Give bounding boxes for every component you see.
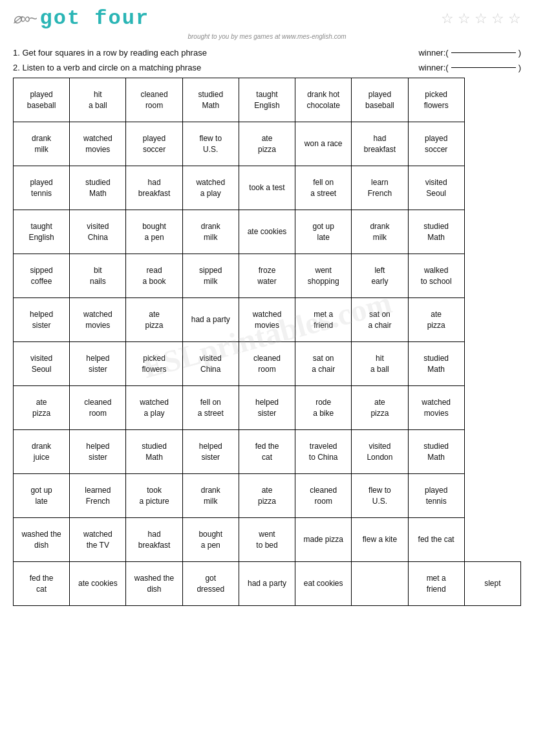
- grid-cell[interactable]: pickedflowers: [126, 342, 182, 386]
- grid-cell[interactable]: visitedSeoul: [14, 342, 70, 386]
- grid-cell[interactable]: visitedChina: [70, 210, 126, 254]
- instruction-1-text: 1. Get four squares in a row by reading …: [13, 48, 418, 58]
- grid-cell[interactable]: playedbaseball: [352, 78, 408, 122]
- grid-cell[interactable]: [352, 562, 408, 606]
- grid-cell[interactable]: fed thecat: [14, 562, 70, 606]
- grid-cell[interactable]: hita ball: [352, 342, 408, 386]
- grid-cell[interactable]: drankmilk: [182, 210, 239, 254]
- grid-cell[interactable]: ate cookies: [239, 210, 295, 254]
- grid-cell[interactable]: playedtennis: [408, 474, 464, 518]
- grid-cell[interactable]: hadbreakfast: [126, 518, 182, 562]
- grid-cell[interactable]: visitedSeoul: [408, 166, 464, 210]
- grid-cell[interactable]: had a party: [239, 562, 295, 606]
- grid-cell[interactable]: watchedthe TV: [70, 518, 126, 562]
- grid-cell[interactable]: drankmilk: [182, 474, 239, 518]
- grid-cell[interactable]: got uplate: [14, 474, 70, 518]
- grid-cell[interactable]: hita ball: [70, 78, 126, 122]
- grid-cell[interactable]: took a test: [239, 166, 295, 210]
- grid-cell[interactable]: playedsoccer: [126, 122, 182, 166]
- grid-cell[interactable]: drankmilk: [14, 122, 70, 166]
- grid-cell[interactable]: helpedsister: [14, 298, 70, 342]
- grid-cell[interactable]: gotdressed: [182, 562, 239, 606]
- grid-cell[interactable]: atepizza: [352, 386, 408, 430]
- grid-cell[interactable]: studiedMath: [182, 78, 239, 122]
- grid-cell[interactable]: studiedMath: [408, 342, 464, 386]
- grid-cell[interactable]: bitnails: [70, 254, 126, 298]
- grid-cell[interactable]: washed thedish: [126, 562, 182, 606]
- grid-cell[interactable]: washed thedish: [14, 518, 70, 562]
- grid-cell[interactable]: atepizza: [14, 386, 70, 430]
- grid-cell[interactable]: visitedChina: [182, 342, 239, 386]
- grid-cell[interactable]: sippedmilk: [182, 254, 239, 298]
- grid-cell[interactable]: atepizza: [408, 298, 464, 342]
- grid-cell[interactable]: helpedsister: [182, 430, 239, 474]
- grid-cell[interactable]: studiedMath: [126, 430, 182, 474]
- grid-cell[interactable]: fell ona street: [295, 166, 352, 210]
- grid-cell[interactable]: tooka picture: [126, 474, 182, 518]
- grid-cell[interactable]: fell ona street: [182, 386, 239, 430]
- grid-cell[interactable]: reada book: [126, 254, 182, 298]
- grid-cell[interactable]: watchedmovies: [70, 122, 126, 166]
- grid-cell[interactable]: atepizza: [239, 122, 295, 166]
- grid-cell[interactable]: got uplate: [295, 210, 352, 254]
- grid-cell[interactable]: helpedsister: [70, 342, 126, 386]
- grid-cell[interactable]: eat cookies: [295, 562, 352, 606]
- grid-cell[interactable]: helpedsister: [70, 430, 126, 474]
- grid-cell[interactable]: pickedflowers: [408, 78, 464, 122]
- grid-cell[interactable]: wentshopping: [295, 254, 352, 298]
- grid-cell[interactable]: met afriend: [408, 562, 464, 606]
- grid-cell[interactable]: flew toU.S.: [182, 122, 239, 166]
- grid-cell[interactable]: drankjuice: [14, 430, 70, 474]
- grid-cell[interactable]: cleanedroom: [126, 78, 182, 122]
- grid-cell[interactable]: sat ona chair: [352, 298, 408, 342]
- grid-cell[interactable]: fed the cat: [408, 518, 464, 562]
- grid-cell[interactable]: cleanedroom: [70, 386, 126, 430]
- grid-cell[interactable]: slept: [464, 562, 520, 606]
- grid-cell[interactable]: helpedsister: [239, 386, 295, 430]
- grid-cell[interactable]: playedsoccer: [408, 122, 464, 166]
- grid-cell[interactable]: taughtEnglish: [14, 210, 70, 254]
- grid-cell[interactable]: wentto bed: [239, 518, 295, 562]
- grid-cell[interactable]: hadbreakfast: [126, 166, 182, 210]
- grid-cell[interactable]: rodea bike: [295, 386, 352, 430]
- grid-cell[interactable]: fed thecat: [239, 430, 295, 474]
- grid-cell[interactable]: boughta pen: [182, 518, 239, 562]
- grid-cell[interactable]: watchedmovies: [239, 298, 295, 342]
- grid-cell[interactable]: frozewater: [239, 254, 295, 298]
- grid-cell[interactable]: met afriend: [295, 298, 352, 342]
- grid-cell[interactable]: drank hotchocolate: [295, 78, 352, 122]
- grid-cell[interactable]: sippedcoffee: [14, 254, 70, 298]
- grid-cell[interactable]: drankmilk: [352, 210, 408, 254]
- grid-cell[interactable]: made pizza: [295, 518, 352, 562]
- grid-cell[interactable]: leftearly: [352, 254, 408, 298]
- grid-cell[interactable]: learnFrench: [352, 166, 408, 210]
- grid-cell[interactable]: won a race: [295, 122, 352, 166]
- grid-cell[interactable]: atepizza: [239, 474, 295, 518]
- grid-cell[interactable]: taughtEnglish: [239, 78, 295, 122]
- grid-cell[interactable]: studiedMath: [408, 430, 464, 474]
- grid-cell[interactable]: studiedMath: [408, 210, 464, 254]
- grid-cell[interactable]: visitedLondon: [352, 430, 408, 474]
- star-4: ☆: [491, 10, 504, 27]
- grid-cell[interactable]: walkedto school: [408, 254, 464, 298]
- grid-cell[interactable]: watchedmovies: [70, 298, 126, 342]
- grid-cell[interactable]: watchedmovies: [408, 386, 464, 430]
- grid-cell[interactable]: watcheda play: [126, 386, 182, 430]
- grid-cell[interactable]: playedtennis: [14, 166, 70, 210]
- grid-cell[interactable]: studiedMath: [70, 166, 126, 210]
- grid-cell[interactable]: sat ona chair: [295, 342, 352, 386]
- bingo-grid: playedbaseballhita ballcleanedroomstudie…: [13, 78, 521, 606]
- grid-cell[interactable]: cleanedroom: [239, 342, 295, 386]
- grid-cell[interactable]: learnedFrench: [70, 474, 126, 518]
- grid-cell[interactable]: flew toU.S.: [352, 474, 408, 518]
- grid-cell[interactable]: cleanedroom: [295, 474, 352, 518]
- grid-cell[interactable]: ate cookies: [70, 562, 126, 606]
- grid-cell[interactable]: watcheda play: [182, 166, 239, 210]
- grid-cell[interactable]: had a party: [182, 298, 239, 342]
- grid-cell[interactable]: playedbaseball: [14, 78, 70, 122]
- grid-cell[interactable]: traveledto China: [295, 430, 352, 474]
- grid-cell[interactable]: boughta pen: [126, 210, 182, 254]
- grid-cell[interactable]: atepizza: [126, 298, 182, 342]
- grid-cell[interactable]: flew a kite: [352, 518, 408, 562]
- grid-cell[interactable]: hadbreakfast: [352, 122, 408, 166]
